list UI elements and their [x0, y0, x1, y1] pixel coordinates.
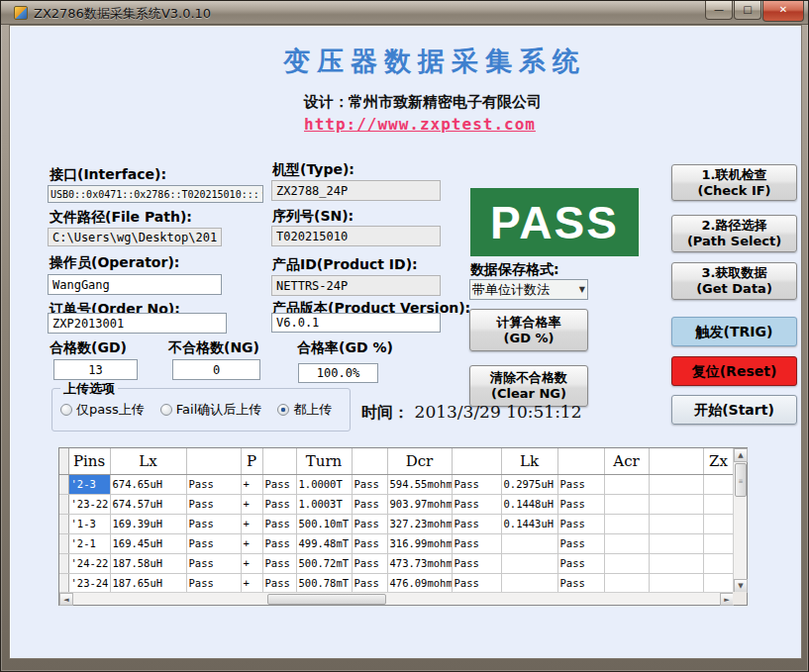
product-id-field[interactable]: [271, 275, 441, 296]
table-cell: Pass: [352, 494, 387, 514]
table-cell: [604, 514, 649, 533]
page-title: 变压器数据采集系统: [237, 44, 633, 79]
table-header-cell[interactable]: P: [241, 448, 262, 474]
table-cell: Pass: [557, 533, 604, 553]
table-header-cell[interactable]: Lx: [110, 448, 186, 474]
client-area: 变压器数据采集系统 设计：常州市致新精密电子有限公司 http://www.zx…: [9, 25, 802, 659]
table-cell: 674.57uH: [110, 494, 186, 514]
upload-option-label: 仅pass上传: [76, 401, 145, 419]
operator-label: 操作员(Operator):: [50, 254, 179, 272]
row-selector: [59, 514, 68, 533]
scroll-right-icon[interactable]: ►: [720, 593, 734, 606]
radio-icon[interactable]: [60, 404, 72, 416]
minimize-button[interactable]: —: [705, 1, 733, 20]
get-data-button[interactable]: 3.获取数据 (Get Data): [671, 262, 797, 300]
table-header-cell[interactable]: [186, 448, 241, 474]
table-header-cell[interactable]: [352, 448, 387, 474]
product-version-field[interactable]: [271, 313, 441, 333]
scroll-left-icon[interactable]: ◄: [59, 593, 73, 606]
table-cell: Pass: [557, 514, 604, 533]
table-row[interactable]: '23-24187.65uHPass+Pass500.78mTPass476.0…: [59, 573, 734, 593]
scroll-down-icon[interactable]: ▼: [734, 579, 748, 593]
radio-icon[interactable]: [160, 404, 172, 416]
table-row[interactable]: '23-22674.57uHPass+Pass1.0003TPass903.97…: [59, 494, 734, 514]
table-cell: Pass: [452, 474, 501, 494]
order-no-field[interactable]: [48, 313, 227, 334]
row-selector: [59, 494, 68, 514]
upload-option-0[interactable]: 仅pass上传: [60, 401, 145, 419]
table-cell: 674.65uH: [110, 474, 186, 494]
table-header-cell[interactable]: [557, 448, 604, 474]
table-cell: [604, 573, 649, 593]
start-button[interactable]: 开始(Start): [671, 395, 797, 425]
table-cell: 476.09mohm: [387, 573, 452, 593]
table-cell: Pass: [352, 474, 387, 494]
table-header-cell[interactable]: Zx: [703, 448, 734, 474]
table-cell: Pass: [352, 533, 387, 553]
table-header-cell[interactable]: [452, 448, 501, 474]
table-cell: Pass: [262, 533, 296, 553]
table-cell: +: [241, 474, 262, 494]
file-path-field[interactable]: [48, 228, 222, 246]
table-cell: Pass: [186, 514, 241, 533]
interface-combobox[interactable]: USB0::0x0471::0x2786::T020215010::: ▼: [48, 185, 263, 203]
operator-field[interactable]: [48, 274, 222, 295]
vertical-scroll-thumb[interactable]: ≡: [735, 463, 747, 497]
table-cell: +: [241, 573, 262, 593]
table-cell: [703, 573, 734, 593]
results-table: PinsLxPTurnDcrLkAcrZx'2-3674.65uHPass+Pa…: [59, 448, 735, 594]
upload-options-group: 上传选项 仅pass上传Fail确认后上传都上传: [51, 388, 351, 432]
clear-ng-button[interactable]: 清除不合格数 (Clear NG): [469, 365, 588, 407]
table-cell: 187.65uH: [110, 573, 186, 593]
type-field[interactable]: [271, 180, 441, 201]
trig-button[interactable]: 触发(TRIG): [671, 317, 797, 346]
check-if-button[interactable]: 1.联机检查 (Check IF): [671, 164, 797, 201]
table-header-cell[interactable]: [59, 448, 68, 474]
table-header-cell[interactable]: Dcr: [387, 448, 452, 474]
horizontal-scroll-thumb[interactable]: [267, 594, 386, 605]
table-cell: Pass: [186, 533, 241, 553]
table-cell: Pass: [452, 573, 501, 593]
table-row[interactable]: '2-3674.65uHPass+Pass1.0000TPass594.55mo…: [59, 474, 734, 494]
table-header-cell[interactable]: [262, 448, 296, 474]
table-cell: [703, 533, 734, 553]
maximize-button[interactable]: □: [734, 1, 761, 20]
calc-gd-button[interactable]: 计算合格率 (GD %): [469, 309, 588, 351]
vertical-scrollbar[interactable]: ▲ ≡ ▼: [733, 448, 747, 593]
table-cell: [501, 553, 557, 573]
website-link[interactable]: http://www.zxptest.com: [304, 115, 536, 134]
ng-count-field[interactable]: [172, 359, 260, 380]
sn-field[interactable]: [271, 226, 441, 246]
reset-button[interactable]: 复位(Reset): [671, 356, 797, 386]
horizontal-scrollbar[interactable]: ◄ ►: [59, 592, 734, 605]
table-header-cell[interactable]: Pins: [68, 448, 110, 474]
table-header-cell[interactable]: Turn: [296, 448, 352, 474]
table-cell: 499.48mT: [296, 533, 352, 553]
close-button[interactable]: ✕: [762, 1, 804, 22]
table-header-cell[interactable]: [649, 448, 703, 474]
table-row[interactable]: '24-22187.58uHPass+Pass500.72mTPass473.7…: [59, 553, 734, 573]
upload-option-1[interactable]: Fail确认后上传: [160, 401, 261, 419]
table-row[interactable]: '2-1169.45uHPass+Pass499.48mTPass316.99m…: [59, 533, 734, 553]
upload-option-label: Fail确认后上传: [176, 401, 261, 419]
table-cell: 903.97mohm: [387, 494, 452, 514]
path-select-button[interactable]: 2.路径选择 (Path Select): [671, 215, 797, 252]
table-cell: Pass: [186, 553, 241, 573]
pass-indicator: PASS: [470, 188, 639, 256]
gd-count-label: 合格数(GD): [50, 339, 127, 357]
upload-option-2[interactable]: 都上传: [277, 401, 332, 419]
table-cell: [703, 474, 734, 494]
save-format-combobox[interactable]: 带单位计数法 ▼: [469, 279, 588, 300]
radio-icon[interactable]: [277, 404, 289, 416]
table-header-cell[interactable]: Acr: [604, 448, 649, 474]
scroll-up-icon[interactable]: ▲: [734, 448, 748, 462]
title-bar[interactable]: ZX2786数据采集系统V3.0.10 — □ ✕: [1, 1, 808, 25]
gd-rate-field[interactable]: [298, 363, 378, 383]
table-row[interactable]: '1-3169.39uHPass+Pass500.10mTPass327.23m…: [59, 514, 734, 533]
table-cell: 0.2975uH: [501, 474, 557, 494]
table-header-cell[interactable]: Lk: [501, 448, 557, 474]
table-cell: 169.45uH: [110, 533, 186, 553]
gd-count-field[interactable]: [53, 359, 138, 380]
interface-value: USB0::0x0471::0x2786::T020215010:::: [51, 189, 259, 200]
table-cell: [501, 533, 557, 553]
